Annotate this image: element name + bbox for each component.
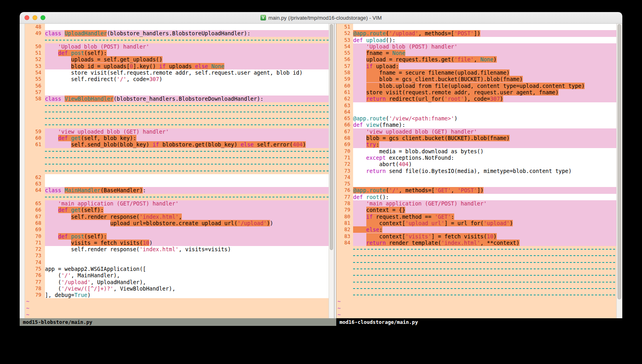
code-line[interactable]: 69 xyxy=(25,226,329,233)
code-line[interactable]: 58class ViewBlobHandler(blobstore_handle… xyxy=(25,96,329,102)
code-line[interactable]: 67 'view uploaded blob (GET) handler' xyxy=(336,128,616,135)
code-line[interactable]: 64class MainHandler(BaseHandler): xyxy=(25,187,329,193)
code-line[interactable]: 55 self.redirect('/', code=307) xyxy=(25,76,329,82)
right-pane-scrollbar[interactable] xyxy=(616,24,622,318)
line-text: def get(self, blob_key): xyxy=(45,135,329,141)
code-line[interactable]: 56 upload = request.files.get('file', No… xyxy=(336,56,616,63)
code-line[interactable]: 74 xyxy=(336,174,616,181)
code-line[interactable]: 56 xyxy=(25,83,329,89)
code-line[interactable]: 57 xyxy=(25,89,329,96)
code-line[interactable]: 72 self.render_response('index.html', vi… xyxy=(25,246,329,252)
code-line[interactable]: 76 ('/', MainHandler), xyxy=(25,272,329,279)
statusline-right[interactable]: mod16-cloudstorage/main.py xyxy=(336,318,622,326)
code-line[interactable]: 54 store_visit(self.request.remote_addr,… xyxy=(25,69,329,76)
diff-filler-line[interactable] xyxy=(336,285,616,292)
diff-filler-line[interactable] xyxy=(25,122,329,128)
code-line[interactable]: 50 'Upload blob (POST) handler' xyxy=(25,43,329,50)
left-scrollbar-thumb[interactable] xyxy=(330,24,333,250)
code-line[interactable]: 68 upload_url=blobstore.create_upload_ur… xyxy=(25,220,329,226)
code-line[interactable]: 71 visits = fetch_visits(10) xyxy=(25,240,329,246)
code-line[interactable]: 65@app.route('/view/<path:fname>') xyxy=(336,115,616,122)
code-line[interactable]: 62 return redirect(url_for('root'), code… xyxy=(336,96,616,102)
diff-filler-line[interactable] xyxy=(25,115,329,122)
code-line[interactable]: 80 if request.method == 'GET': xyxy=(336,214,616,220)
diff-filler-line[interactable] xyxy=(25,194,329,200)
code-line[interactable]: 73 xyxy=(25,252,329,259)
line-text xyxy=(45,89,329,96)
code-line[interactable]: 77def root(): xyxy=(336,194,616,200)
code-line[interactable]: 63 xyxy=(25,181,329,187)
code-line[interactable]: 57 if upload: xyxy=(336,63,616,69)
code-line[interactable]: 68 blob = gcs_client.bucket(BUCKET).blob… xyxy=(336,135,616,141)
window-titlebar[interactable]: V main.py (/private/tmp/mod16-cloudstora… xyxy=(20,12,622,24)
code-line[interactable]: 81 context['upload_url'] = url_for('uplo… xyxy=(336,220,616,226)
code-line[interactable]: 48 xyxy=(25,24,329,30)
code-line[interactable]: 69 try: xyxy=(336,141,616,148)
left-pane-scrollbar[interactable] xyxy=(329,24,334,318)
code-line[interactable]: 58 fname = secure_filename(upload.filena… xyxy=(336,69,616,76)
code-line[interactable]: 55 fname = None xyxy=(336,50,616,56)
code-line[interactable]: 60 def get(self, blob_key): xyxy=(25,135,329,141)
code-line[interactable]: 75app = webapp2.WSGIApplication([ xyxy=(25,266,329,272)
code-line[interactable]: 49class UploadHandler(blobstore_handlers… xyxy=(25,30,329,37)
code-line[interactable]: 79], debug=True) xyxy=(25,292,329,298)
code-line[interactable]: 79 context = {} xyxy=(336,207,616,213)
diff-filler-line[interactable] xyxy=(336,259,616,266)
code-line[interactable]: 72 abort(404) xyxy=(336,161,616,167)
diff-filler-line[interactable] xyxy=(336,292,616,298)
code-line[interactable]: 52@app.route('/upload', methods=['POST']… xyxy=(336,30,616,37)
code-line[interactable]: 61 store_visit(request.remote_addr, requ… xyxy=(336,89,616,96)
code-line[interactable]: 75 xyxy=(336,181,616,187)
diff-filler-line[interactable] xyxy=(336,279,616,285)
code-line[interactable]: 76@app.route('/', methods=['GET', 'POST'… xyxy=(336,187,616,193)
code-line[interactable]: 70 media = blob.download_as_bytes() xyxy=(336,148,616,155)
code-line[interactable]: 51 xyxy=(336,24,616,30)
code-line[interactable]: 53 blob_id = uploads[0].key() if uploads… xyxy=(25,63,329,69)
code-line[interactable]: 84 return render_template('index.html', … xyxy=(336,240,616,246)
diff-filler-line[interactable] xyxy=(25,155,329,161)
line-text: blob = gcs_client.bucket(BUCKET).blob(fn… xyxy=(353,76,616,82)
code-segment: 'upload_url' xyxy=(405,220,445,226)
code-line[interactable]: 66def view(fname): xyxy=(336,122,616,128)
code-line[interactable]: 53def upload(): xyxy=(336,37,616,43)
code-line[interactable]: 83 context['visits'] = fetch_visits(10) xyxy=(336,233,616,240)
diff-filler-line[interactable] xyxy=(25,37,329,43)
vimdiff-pane-left[interactable]: 4849class UploadHandler(blobstore_handle… xyxy=(25,24,329,318)
diff-filler-line[interactable] xyxy=(25,109,329,115)
diff-filler-line[interactable] xyxy=(25,168,329,174)
diff-filler-line[interactable] xyxy=(336,272,616,279)
code-line[interactable]: 54 'Upload blob (POST) handler' xyxy=(336,43,616,50)
code-line[interactable]: 78 'main application (GET/POST) handler' xyxy=(336,200,616,207)
code-segment: else xyxy=(195,63,208,69)
code-line[interactable]: 78 ('/view/([^/]+)?', ViewBlobHandler), xyxy=(25,285,329,292)
diff-filler-line[interactable] xyxy=(336,246,616,252)
code-line[interactable]: 64 xyxy=(336,109,616,115)
diff-filler-line[interactable] xyxy=(25,161,329,167)
code-segment: else xyxy=(241,141,254,148)
code-line[interactable]: 65 'main application (GET/POST) handler' xyxy=(25,200,329,207)
code-line[interactable]: 61 self.send_blob(blob_key) if blobstore… xyxy=(25,141,329,148)
code-line[interactable]: 51 def post(self): xyxy=(25,50,329,56)
diff-filler-line[interactable] xyxy=(336,252,616,259)
diff-filler-line[interactable] xyxy=(25,102,329,109)
code-line[interactable]: 82 else: xyxy=(336,226,616,233)
statusline-left[interactable]: mod15-blobstore/main.py xyxy=(20,318,336,326)
code-line[interactable]: 59 'view uploaded blob (GET) handler' xyxy=(25,128,329,135)
code-line[interactable]: 62 xyxy=(25,174,329,181)
code-line[interactable]: 70 def post(self): xyxy=(25,233,329,240)
diff-filler-line[interactable] xyxy=(25,148,329,155)
code-line[interactable]: 52 uploads = self.get_uploads() xyxy=(25,56,329,63)
code-line[interactable]: 74 xyxy=(25,259,329,266)
right-scrollbar-thumb[interactable] xyxy=(618,24,621,299)
code-line[interactable]: 67 self.render_response('index.html', xyxy=(25,214,329,220)
code-line[interactable]: 71 except exceptions.NotFound: xyxy=(336,155,616,161)
code-line[interactable]: 60 blob.upload_from_file(upload, content… xyxy=(336,83,616,89)
code-line[interactable]: 77 ('/upload', UploadHandler), xyxy=(25,279,329,285)
code-line[interactable]: 73 return send_file(io.BytesIO(media), m… xyxy=(336,168,616,174)
vimdiff-pane-right[interactable]: 5152@app.route('/upload', methods=['POST… xyxy=(336,24,616,318)
diff-filler-line[interactable] xyxy=(336,266,616,272)
code-line[interactable]: 66 def get(self): xyxy=(25,207,329,213)
code-line[interactable]: 59 blob = gcs_client.bucket(BUCKET).blob… xyxy=(336,76,616,82)
left-scrollbar-track[interactable] xyxy=(20,24,25,318)
code-line[interactable]: 63 xyxy=(336,102,616,109)
